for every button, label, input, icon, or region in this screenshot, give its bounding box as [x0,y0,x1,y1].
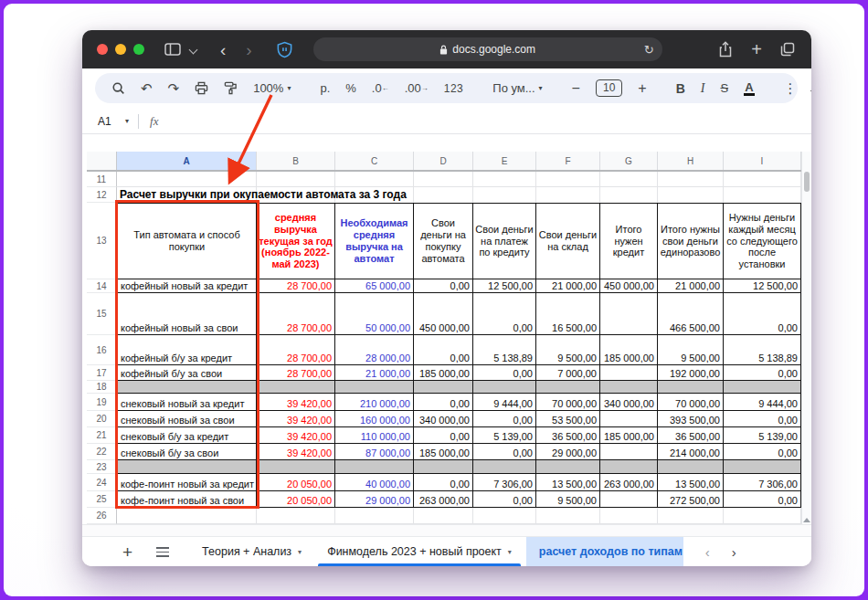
cell-C15[interactable]: 50 000,00 [335,293,414,335]
cell-D20[interactable]: 340 000,00 [414,411,473,427]
row-header-19[interactable]: 19 [87,394,117,411]
cell-E20[interactable]: 0,00 [473,411,536,427]
cell-A26[interactable] [117,508,257,524]
cell-B18[interactable] [257,381,335,394]
cell-E22[interactable]: 0,00 [473,444,536,460]
cell-G12[interactable] [600,187,658,203]
share-icon[interactable] [718,41,733,58]
cell-F12[interactable] [536,187,600,203]
cell-B16[interactable]: 28 700,00 [257,335,335,365]
back-button[interactable]: ‹ [220,41,226,58]
cell-I15[interactable]: 0,00 [724,293,801,335]
cell-G18[interactable] [600,381,658,394]
cell-G13[interactable]: Итого нужен кредит [600,203,658,279]
column-header-C[interactable]: C [335,152,414,170]
cell-B19[interactable]: 39 420,00 [257,394,335,411]
cell-A21[interactable]: снековый б/у за кредит [117,427,257,444]
cell-A15[interactable]: кофейный новый за свои [117,293,257,335]
cell-F20[interactable]: 53 500,00 [536,411,600,427]
scrollbar-thumb[interactable] [804,172,810,192]
column-header-I[interactable]: I [724,152,801,170]
cell-H20[interactable]: 393 500,00 [658,411,724,427]
cell-I17[interactable]: 0,00 [724,365,801,381]
cell-B25[interactable]: 20 050,00 [257,491,335,508]
cell-G24[interactable]: 263 000,00 [600,474,658,491]
cell-E19[interactable]: 9 444,00 [473,394,536,411]
cell-G22[interactable] [600,444,658,460]
scroll-up-icon[interactable] [803,518,810,522]
horizontal-scrollbar-area[interactable] [82,524,811,536]
forward-button[interactable]: › [246,41,251,58]
decrease-decimal-button[interactable]: .0← [372,81,389,95]
cell-D24[interactable]: 0,00 [414,474,473,491]
cell-C16[interactable]: 28 000,00 [335,335,414,365]
increase-font-size-button[interactable]: + [638,80,646,97]
cell-H22[interactable]: 214 000,00 [658,444,724,460]
address-bar[interactable]: docs.google.com ↻ [313,37,662,61]
cell-E15[interactable]: 0,00 [473,293,536,335]
cell-A23[interactable] [117,460,257,474]
sheet-tab-theory[interactable]: Теория + Анализ ▾ [189,537,314,566]
cell-E26[interactable] [473,508,536,524]
print-icon[interactable] [195,81,208,95]
next-sheets-icon[interactable]: › [732,544,736,560]
cell-B11[interactable] [257,172,335,187]
cell-G19[interactable]: 340 000,00 [600,394,658,411]
cell-F21[interactable]: 36 500,00 [536,427,600,444]
close-window-button[interactable] [97,44,108,55]
cell-H25[interactable]: 272 500,00 [658,491,724,508]
cell-A13[interactable]: Тип автомата и способ покупки [117,203,257,279]
row-header-21[interactable]: 21 [87,427,117,444]
cell-H11[interactable] [658,172,724,187]
undo-icon[interactable]: ↶ [141,80,153,97]
cell-H12[interactable] [658,187,724,203]
text-color-button[interactable]: A [744,81,754,96]
row-header-24[interactable]: 24 [87,474,117,491]
font-size-input[interactable]: 10 [596,79,622,97]
cell-C23[interactable] [335,460,414,474]
sheet-tab-finmodel-active[interactable]: Финмодель 2023 + новый проект ▾ [314,537,524,566]
row-header-16[interactable]: 16 [87,335,117,365]
all-sheets-menu-icon[interactable] [156,547,169,557]
cell-E13[interactable]: Свои деньги на платеж по кредиту [473,203,536,279]
row-header-23[interactable]: 23 [87,460,117,474]
cell-E12[interactable] [473,187,536,203]
cell-G17[interactable] [600,365,658,381]
cell-I21[interactable]: 5 139,00 [724,427,801,444]
cell-E21[interactable]: 5 139,00 [473,427,536,444]
row-header-22[interactable]: 22 [87,444,117,460]
previous-sheets-icon[interactable]: ‹ [705,544,710,560]
currency-format-button[interactable]: р. [320,81,330,95]
cell-I20[interactable]: 0,00 [724,411,801,427]
redo-icon[interactable]: ↷ [168,80,180,97]
column-header-H[interactable]: H [658,152,724,170]
decrease-font-size-button[interactable]: − [572,80,580,97]
select-all-corner[interactable] [87,152,117,170]
cell-E18[interactable] [473,381,536,394]
cell-A11[interactable] [117,172,257,187]
cell-I19[interactable]: 9 444,00 [724,394,801,411]
column-header-F[interactable]: F [536,152,600,170]
cell-H15[interactable]: 466 500,00 [658,293,724,335]
cell-B23[interactable] [257,460,335,474]
cell-I13[interactable]: Нужны деньги каждый месяц со следующего … [724,203,801,279]
shield-extension-icon[interactable] [276,40,293,59]
cell-D26[interactable] [414,508,473,524]
cell-B15[interactable]: 28 700,00 [257,293,335,335]
cell-D18[interactable] [414,381,473,394]
column-header-D[interactable]: D [414,152,473,170]
row-header-20[interactable]: 20 [87,411,117,427]
cell-H19[interactable]: 70 000,00 [658,394,724,411]
cell-A16[interactable]: кофейный б/у за кредит [117,335,257,365]
row-header-15[interactable]: 15 [87,293,117,335]
tab-overview-icon[interactable] [780,42,795,57]
cell-A24[interactable]: кофе-поинт новый за кредит [117,474,257,491]
row-header-17[interactable]: 17 [87,365,117,381]
cell-B26[interactable] [257,508,335,524]
sheet-tab-income-highlighted[interactable]: расчет доходов по типам [526,537,683,566]
strikethrough-button[interactable]: S [720,81,728,95]
cell-D15[interactable]: 450 000,00 [414,293,473,335]
cell-I14[interactable]: 12 500,00 [724,279,801,293]
cell-F11[interactable] [536,172,600,187]
cell-E24[interactable]: 7 306,00 [473,474,536,491]
